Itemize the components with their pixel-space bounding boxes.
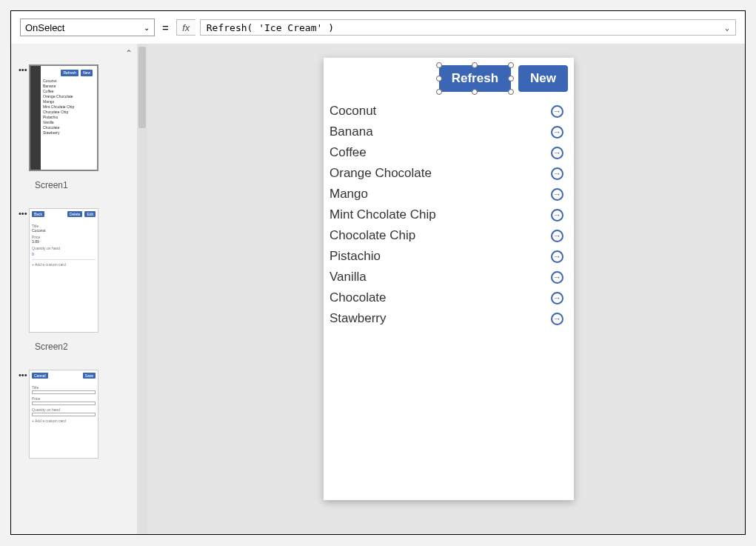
formula-text: Refresh( 'Ice Cream' ) (207, 22, 334, 33)
refresh-button-selected[interactable]: Refresh (439, 65, 511, 92)
list-item[interactable]: Orange Chocolate→ (330, 163, 563, 184)
thumb-menu-icon[interactable]: ••• (19, 208, 26, 218)
fx-icon[interactable]: fx (176, 19, 195, 36)
mini-new-button: New (81, 70, 93, 76)
scrollbar-thumb[interactable] (138, 47, 146, 128)
list-item[interactable]: Chocolate Chip→ (330, 225, 563, 246)
list-item[interactable]: Coconut→ (330, 101, 563, 121)
app-screen: Refresh New Coconut→ Banana→ (324, 58, 574, 500)
arrow-right-icon[interactable]: → (551, 188, 563, 201)
arrow-right-icon[interactable]: → (551, 209, 563, 222)
property-selector[interactable]: OnSelect ⌄ (20, 19, 155, 36)
collapse-chevron-icon[interactable]: ⌃ (125, 48, 133, 59)
property-selector-value: OnSelect (25, 22, 64, 33)
list-item[interactable]: Pistachio→ (330, 246, 563, 267)
arrow-right-icon[interactable]: → (551, 230, 563, 242)
list-item[interactable]: Mango→ (330, 184, 563, 204)
resize-handle-e[interactable] (508, 76, 514, 81)
arrow-right-icon[interactable]: → (551, 147, 563, 159)
thumbnail-screen1[interactable]: Refresh New Coconut Banana Coffee Orange… (29, 64, 98, 171)
list-item[interactable]: Chocolate→ (330, 287, 563, 308)
resize-handle-ne[interactable] (508, 62, 514, 68)
arrow-right-icon[interactable]: → (551, 105, 563, 118)
arrow-right-icon[interactable]: → (551, 250, 563, 263)
resize-handle-sw[interactable] (436, 89, 442, 95)
list-item[interactable]: Mint Chcolate Chip→ (330, 204, 563, 225)
resize-handle-s[interactable] (472, 89, 478, 95)
mini-refresh-button: Refresh (61, 70, 78, 76)
list-item[interactable]: Banana→ (330, 121, 563, 142)
thumbnail-screen2[interactable]: Back Delete Edit Title Coconut Price 3.8… (29, 208, 98, 333)
list-item[interactable]: Stawberry→ (330, 308, 563, 329)
arrow-right-icon[interactable]: → (551, 167, 563, 180)
equals-sign: = (159, 21, 172, 34)
thumbnail-caption: Screen2 (35, 342, 130, 352)
thumb-menu-icon[interactable]: ••• (19, 64, 26, 74)
refresh-button[interactable]: Refresh (440, 66, 510, 91)
list-item[interactable]: Vanilla→ (330, 267, 563, 287)
chevron-down-icon: ⌄ (144, 24, 150, 32)
arrow-right-icon[interactable]: → (551, 271, 563, 284)
list-item[interactable]: Coffee→ (330, 142, 563, 163)
arrow-right-icon[interactable]: → (551, 292, 563, 304)
formula-input[interactable]: Refresh( 'Ice Cream' ) ⌄ (200, 19, 736, 36)
arrow-right-icon[interactable]: → (551, 313, 563, 325)
gallery-list: Coconut→ Banana→ Coffee→ Orange Chocolat… (324, 99, 574, 329)
resize-handle-nw[interactable] (436, 62, 442, 68)
formula-bar: OnSelect ⌄ = fx Refresh( 'Ice Cream' ) ⌄ (11, 11, 745, 44)
resize-handle-w[interactable] (436, 76, 442, 81)
thumb-menu-icon[interactable]: ••• (19, 370, 26, 379)
arrow-right-icon[interactable]: → (551, 126, 563, 139)
new-button[interactable]: New (518, 65, 568, 92)
canvas: Refresh New Coconut→ Banana→ (147, 44, 745, 534)
thumbnail-scrollbar[interactable] (137, 44, 147, 534)
thumbnail-caption: Screen1 (35, 180, 130, 190)
thumbnail-screen3[interactable]: Cancel Save Title Price Quantity on hand… (29, 370, 98, 459)
chevron-down-icon: ⌄ (725, 24, 729, 32)
resize-handle-se[interactable] (508, 89, 514, 95)
screen-thumbnail-rail: ⌃ ••• Refresh New Coconut Banana (11, 44, 137, 534)
